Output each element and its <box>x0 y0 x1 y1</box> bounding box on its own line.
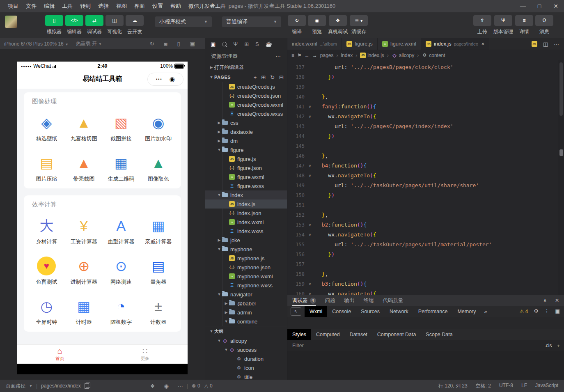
settings-gear-icon[interactable]: ⚙ <box>534 309 538 314</box>
menu-item[interactable]: 文件 <box>22 0 40 12</box>
tree-item[interactable]: ▶daxiaoxie <box>205 127 287 136</box>
files-icon[interactable]: ▣ <box>211 41 216 47</box>
tree-item[interactable]: ▼navigator <box>205 290 287 299</box>
tree-item[interactable]: ▼figure <box>205 145 287 154</box>
tool-item[interactable]: ◔随机数字 <box>103 291 140 331</box>
status-item[interactable]: 空格: 2 <box>476 383 491 390</box>
breadcrumb-item[interactable]: ◇alicopy <box>392 53 414 58</box>
tool-item[interactable]: ⊙网络测速 <box>103 250 140 291</box>
page-path-value[interactable]: pages/index/index <box>41 383 81 389</box>
tree-item[interactable]: Ξindex.wxss <box>205 227 287 236</box>
bug-icon[interactable]: ❖ <box>150 383 155 389</box>
tool-item[interactable]: ¥工资计算器 <box>65 210 103 250</box>
tree-item[interactable]: ▶@babel <box>205 299 287 308</box>
page-path-label[interactable]: 页面路径 <box>6 383 25 390</box>
tree-item[interactable]: ▼index <box>205 190 287 199</box>
bookmark-icon[interactable]: ⚑ <box>297 53 302 58</box>
styles-subtab[interactable]: Dataset <box>345 329 372 340</box>
menu-item[interactable]: 项目 <box>4 0 22 12</box>
search-icon[interactable] <box>222 42 227 46</box>
tree-item[interactable]: {..}index.json <box>205 209 287 218</box>
tree-item[interactable]: ⚙duration <box>205 354 287 363</box>
outline-icon[interactable]: ≡ <box>291 53 294 58</box>
collapse-icon[interactable]: ⊟ <box>279 75 284 80</box>
compile-mode-select[interactable]: 普通编译 ▼ <box>222 16 281 27</box>
tree-item[interactable]: ‹›myphone.wxml <box>205 272 287 281</box>
tree-item[interactable]: JSfigure.js <box>205 154 287 163</box>
open-editors-section[interactable]: ▶ 打开的编辑器 <box>205 62 287 72</box>
code-area[interactable]: 137 url: '../../pagesB/pages/clock/clock… <box>287 60 558 295</box>
editor-tab[interactable]: JSindex.jspages\index× <box>421 38 489 50</box>
breadcrumb-item[interactable]: pages <box>320 53 334 58</box>
editor-tab[interactable]: ‹›figure.wxml <box>378 38 421 50</box>
messages-button[interactable]: Ω消息 <box>535 15 553 35</box>
collapse-panel-icon[interactable]: ∧ <box>543 298 547 303</box>
tree-item[interactable]: {..}createQrcode.json <box>205 91 287 100</box>
status-item[interactable]: LF <box>521 383 527 390</box>
scroll-marker[interactable] <box>559 149 563 156</box>
explorer-more-icon[interactable]: ⋯ <box>275 53 281 60</box>
styles-subtab[interactable]: Styles <box>287 329 311 340</box>
tool-item[interactable]: ▲带壳截图 <box>65 147 103 188</box>
panel-tab[interactable]: 问题 <box>325 295 335 306</box>
tab-home[interactable]: ⌂首页 <box>17 345 103 364</box>
tab-more[interactable]: ∷更多 <box>103 345 188 364</box>
simulator-button[interactable]: ▯模拟器 <box>45 15 63 35</box>
status-item[interactable]: 行 120, 列 23 <box>438 383 468 390</box>
tree-item[interactable]: JSmyphone.js <box>205 254 287 263</box>
hot-reload-toggle[interactable]: 热重载 开▼ <box>76 40 102 47</box>
panel-tab[interactable]: 代码质量 <box>383 295 404 306</box>
tool-item[interactable]: ▲九宫格切图 <box>65 107 103 147</box>
fold-chevron-icon[interactable]: ∨ <box>305 220 315 230</box>
multi-window-icon[interactable]: ▣ <box>190 41 195 46</box>
tool-item[interactable]: A血型计算器 <box>103 210 140 250</box>
tool-item[interactable]: ♥色盲测试 <box>28 250 65 291</box>
tool-item[interactable]: ▦计时器 <box>65 291 103 331</box>
cls-toggle[interactable]: .cls <box>544 343 552 348</box>
menu-item[interactable]: 界面 <box>131 0 149 12</box>
chevron-right-icon[interactable]: ▶ <box>223 310 229 314</box>
menu-item[interactable]: 设置 <box>149 0 167 12</box>
menu-item[interactable]: 选择 <box>94 0 112 12</box>
editor-scrollbar[interactable] <box>558 60 564 295</box>
menu-item[interactable]: 转到 <box>76 0 94 12</box>
menu-item[interactable]: 帮助 <box>167 0 185 12</box>
panel-tab[interactable]: 调试器4 <box>292 295 316 306</box>
devtools-tab[interactable]: Console <box>327 306 356 317</box>
menu-item[interactable]: 视图 <box>112 0 131 12</box>
back-icon[interactable]: ← <box>305 53 310 58</box>
tree-item[interactable]: {..}myphone.json <box>205 263 287 272</box>
tree-item[interactable]: ‹›index.wxml <box>205 218 287 227</box>
remote-debug-button[interactable]: ❖真机调试 <box>328 15 348 35</box>
tool-item[interactable]: ▲图像取色 <box>140 147 177 188</box>
tree-item[interactable]: ‹›createQrcode.wxml <box>205 100 287 109</box>
tree-item[interactable]: JScreateQrcode.js <box>205 82 287 91</box>
forward-icon[interactable]: → <box>312 53 317 58</box>
devtools-tab[interactable]: Memory <box>452 306 481 317</box>
tree-item[interactable]: JSindex.js <box>205 199 287 209</box>
chevron-down-icon[interactable]: ▼ <box>216 339 222 343</box>
tool-item[interactable]: ◉图片加水印 <box>140 107 177 147</box>
chevron-down-icon[interactable]: ▼ <box>223 348 229 352</box>
tool-item[interactable]: ⊕进制计算器 <box>65 250 103 291</box>
tool-item[interactable]: ▦生成二维码 <box>103 147 140 188</box>
tool-item[interactable]: ▦亲戚计算器 <box>140 210 177 250</box>
copy-path-icon[interactable] <box>85 383 89 389</box>
breadcrumb-item[interactable]: ⚙content <box>422 53 445 58</box>
detach-window-icon[interactable]: ▣ <box>555 309 560 314</box>
panel-tab[interactable]: 输出 <box>344 295 355 306</box>
upload-button[interactable]: ⇧上传 <box>473 15 491 35</box>
chevron-down-icon[interactable]: ▼ <box>216 292 222 296</box>
version-control-button[interactable]: Ψ版本管理 <box>493 15 513 35</box>
project-avatar[interactable] <box>5 16 17 28</box>
panel-tab[interactable]: 终端 <box>364 295 374 306</box>
breadcrumb-item[interactable]: JSindex.js <box>360 53 384 58</box>
add-style-icon[interactable]: + <box>557 343 560 349</box>
tool-item[interactable]: ◷全屏时钟 <box>28 291 65 331</box>
new-folder-icon[interactable]: ⊞ <box>261 75 266 80</box>
tree-item[interactable]: ΞcreateQrcode.wxss <box>205 109 287 118</box>
pages-section[interactable]: ▼ PAGES +⊞↻⊟ <box>205 72 287 82</box>
chevron-down-icon[interactable]: ▼ <box>216 193 222 197</box>
tree-item[interactable]: ▼◇alicopy <box>205 336 287 345</box>
status-item[interactable]: UTF-8 <box>499 383 513 390</box>
